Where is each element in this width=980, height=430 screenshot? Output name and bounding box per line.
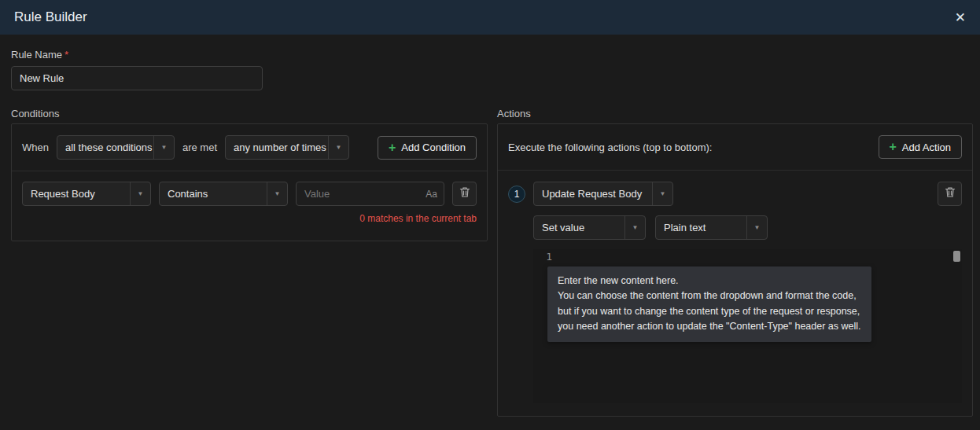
rule-name-label-text: Rule Name [11,49,62,61]
condition-operator-dropdown[interactable]: Contains ▼ [159,182,288,206]
conditions-section-label: Conditions [11,108,59,119]
close-icon[interactable]: ✕ [955,11,966,24]
add-condition-button[interactable]: + Add Condition [378,136,477,160]
modal-header: Rule Builder ✕ [0,0,980,35]
condition-match-type-value: all these conditions [57,141,153,153]
trash-icon [459,186,470,201]
actions-header-row: Execute the following actions (top to bo… [498,124,972,171]
add-condition-label: Add Condition [401,141,466,153]
hint-line: but if you want to change the content ty… [558,304,861,319]
condition-frequency-value: any number of times [226,141,328,153]
condition-operator-value: Contains [160,188,216,200]
chevron-down-icon: ▼ [328,136,348,159]
chevron-down-icon: ▼ [153,136,174,159]
conditions-config-row: When all these conditions ▼ are met any … [12,124,487,171]
plus-icon: + [389,141,396,154]
content-editor[interactable]: 1 Enter the new content here. You can ch… [533,249,962,403]
chevron-down-icon: ▼ [652,182,672,205]
actions-intro-text: Execute the following actions (top to bo… [508,141,712,153]
hint-line: Enter the new content here. [558,274,861,289]
add-action-label: Add Action [902,141,951,153]
match-status-text: 0 matches in the current tab [12,206,487,224]
rule-name-input[interactable] [11,66,263,90]
action-mode-value: Set value [534,222,592,233]
action-row: 1 Update Request Body ▼ [508,182,962,206]
action-mode-dropdown[interactable]: Set value ▼ [533,215,646,240]
chevron-down-icon: ▼ [267,182,287,205]
page-title: Rule Builder [14,9,87,25]
editor-hint-tooltip: Enter the new content here. You can choo… [547,266,871,342]
condition-value-input[interactable] [296,182,444,206]
editor-line-number: 1 [533,251,560,263]
rule-name-label: Rule Name* [11,49,68,61]
chevron-down-icon: ▼ [746,216,767,239]
plus-icon: + [890,141,897,153]
when-label: When [22,141,49,153]
actions-section-label: Actions [497,108,531,119]
add-action-button[interactable]: + Add Action [879,135,963,159]
delete-action-button[interactable] [938,182,962,206]
action-body: 1 Update Request Body ▼ Set value ▼ Plai [498,171,972,414]
action-options-row: Set value ▼ Plain text ▼ [533,215,962,240]
are-met-label: are met [182,141,217,153]
action-format-dropdown[interactable]: Plain text ▼ [655,215,768,240]
required-marker: * [64,49,68,61]
rule-name-field-wrap [11,66,263,90]
action-format-value: Plain text [656,222,713,233]
condition-row: Request Body ▼ Contains ▼ Aa [12,171,487,206]
condition-field-dropdown[interactable]: Request Body ▼ [22,182,151,206]
chevron-down-icon: ▼ [624,216,645,239]
actions-panel: Execute the following actions (top to bo… [497,123,973,417]
trash-icon [945,186,956,201]
action-type-value: Update Request Body [534,188,650,200]
hint-line: you need another action to update the "C… [558,319,861,334]
condition-field-value: Request Body [23,188,103,200]
condition-value-wrap: Aa [296,182,444,206]
chevron-down-icon: ▼ [130,182,150,205]
delete-condition-button[interactable] [452,182,477,206]
editor-scrollbar[interactable] [953,251,960,262]
hint-line: You can choose the content from the drop… [558,289,861,303]
conditions-panel: When all these conditions ▼ are met any … [11,123,488,241]
action-type-dropdown[interactable]: Update Request Body ▼ [533,182,673,206]
action-index-badge: 1 [508,186,525,203]
condition-frequency-dropdown[interactable]: any number of times ▼ [225,135,349,160]
editor-line: 1 [533,249,962,263]
condition-match-type-dropdown[interactable]: all these conditions ▼ [57,135,175,160]
